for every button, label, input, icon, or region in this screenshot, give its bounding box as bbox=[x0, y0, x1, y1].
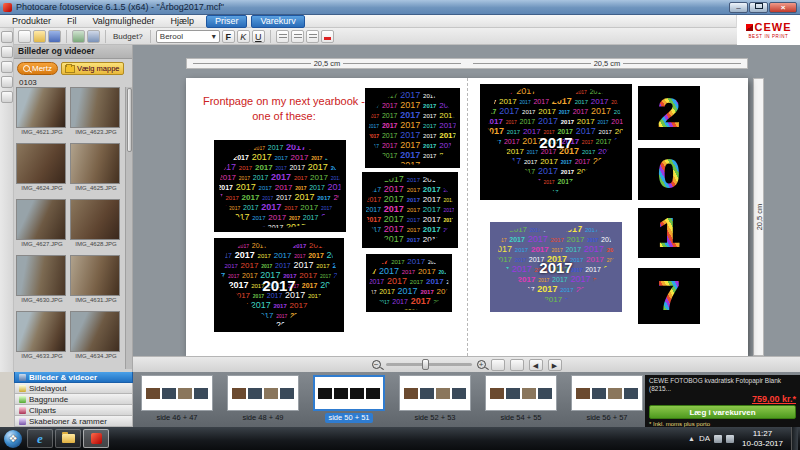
side-tool-icon[interactable] bbox=[1, 61, 13, 73]
side-tool-icon[interactable] bbox=[1, 91, 13, 103]
show-desktop-button[interactable] bbox=[791, 427, 798, 450]
italic-button[interactable]: K bbox=[237, 30, 250, 43]
wordart-2017-bubble[interactable]: 2017 2017 2017 2017 2017 2017 2017 2017 … bbox=[214, 140, 346, 232]
product-price[interactable]: 759,00 kr.* bbox=[649, 394, 796, 404]
new-icon[interactable] bbox=[18, 30, 31, 43]
page-text[interactable]: Frontpage on my next yearbook - one of t… bbox=[202, 94, 366, 124]
filter-chip[interactable]: Mertz bbox=[17, 62, 58, 75]
undo-icon[interactable] bbox=[72, 30, 85, 43]
choose-folder-label: Vælg mappe bbox=[77, 64, 120, 73]
minimize-button[interactable]: – bbox=[729, 2, 748, 13]
menu-produkter[interactable]: Produkter bbox=[4, 15, 59, 28]
font-select[interactable]: Berool ▾ bbox=[156, 30, 220, 43]
wordart-digit-2[interactable]: 2 bbox=[638, 86, 700, 140]
align-left-icon[interactable] bbox=[276, 30, 289, 43]
side-tool-icon[interactable] bbox=[1, 46, 13, 58]
menu-hjaelp[interactable]: Hjælp bbox=[162, 15, 202, 28]
prev-page-button[interactable]: ◀ bbox=[529, 359, 543, 371]
open-icon[interactable] bbox=[33, 30, 46, 43]
volume-icon[interactable] bbox=[726, 435, 734, 443]
photo-thumbnail[interactable]: IMG_4631.JPG bbox=[70, 255, 122, 309]
filmstrip-page[interactable]: side 52 + 53 bbox=[395, 375, 475, 423]
zoom-toolbar: − + ◀ ▶ bbox=[133, 356, 800, 372]
photo-thumbnail[interactable]: IMG_4633.JPG bbox=[16, 311, 68, 365]
app-icon bbox=[3, 3, 12, 12]
align-center-icon[interactable] bbox=[291, 30, 304, 43]
menu-priser[interactable]: Priser bbox=[206, 15, 248, 28]
zoom-slider[interactable] bbox=[386, 363, 472, 366]
menu-valgmuligheder[interactable]: Valgmuligheder bbox=[85, 15, 163, 28]
taskbar-clock[interactable]: 11:27 10-03-2017 bbox=[738, 429, 787, 449]
menu-varekurv[interactable]: Varekurv bbox=[251, 15, 304, 28]
tab-billeder-videoer[interactable]: Billeder & videoer bbox=[14, 372, 133, 383]
fullscreen-button[interactable] bbox=[510, 359, 524, 371]
wordart-2017-heart-purple[interactable]: 2017 2017 2017 2017 2017 2017 2017 2017 … bbox=[490, 222, 622, 312]
photo-thumbnail[interactable]: IMG_4623.JPG bbox=[70, 87, 122, 141]
tab-baggrunde[interactable]: Baggrunde bbox=[14, 394, 133, 405]
filmstrip-page[interactable]: side 46 + 47 bbox=[137, 375, 217, 423]
photo-thumbnail[interactable]: IMG_4634.JPG bbox=[70, 311, 122, 365]
tab-cliparts[interactable]: Cliparts bbox=[14, 405, 133, 416]
next-page-button[interactable]: ▶ bbox=[548, 359, 562, 371]
cewe-flag-icon bbox=[746, 24, 753, 31]
start-button[interactable]: ❖ bbox=[4, 430, 22, 448]
tab-sidelayout[interactable]: Sidelayout bbox=[14, 383, 133, 394]
search-icon bbox=[23, 65, 30, 72]
ruler-label-side: 20,5 cm bbox=[754, 204, 763, 231]
bold-button[interactable]: F bbox=[222, 30, 235, 43]
taskbar-photocare-button[interactable] bbox=[83, 429, 109, 448]
side-tool-icon[interactable] bbox=[1, 76, 13, 88]
page-fold-line bbox=[467, 78, 468, 356]
taskbar-browser-button[interactable]: e bbox=[27, 429, 53, 448]
wordcloud-2017: 2017 2017 2017 2017 2017 2017 2017 2017 … bbox=[366, 254, 452, 312]
close-button[interactable]: × bbox=[769, 2, 797, 13]
page-spread[interactable]: Frontpage on my next yearbook - one of t… bbox=[186, 78, 748, 356]
tab-skabeloner-rammer[interactable]: Skabeloner & rammer bbox=[14, 416, 133, 427]
language-indicator[interactable]: DA bbox=[699, 434, 710, 443]
layout-icon bbox=[19, 385, 26, 392]
wordart-digit-0[interactable]: 0 bbox=[638, 148, 700, 200]
photo-thumbnail[interactable]: IMG_4624.JPG bbox=[16, 143, 68, 197]
fit-page-button[interactable] bbox=[491, 359, 505, 371]
wordart-2017-small-cloud[interactable]: 2017 2017 2017 2017 2017 2017 2017 2017 … bbox=[366, 254, 452, 312]
save-icon[interactable] bbox=[48, 30, 61, 43]
photo-thumbnail[interactable]: IMG_4625.JPG bbox=[70, 143, 122, 197]
tray-expand-icon[interactable]: ▲ bbox=[688, 435, 695, 442]
photos-scrollbar[interactable] bbox=[125, 87, 132, 369]
photocare-app-icon bbox=[91, 433, 102, 444]
zoom-out-icon[interactable]: − bbox=[372, 360, 381, 369]
side-tool-icon[interactable] bbox=[1, 31, 13, 43]
zoom-slider-knob[interactable] bbox=[422, 359, 429, 370]
underline-button[interactable]: U bbox=[252, 30, 265, 43]
ruler-label-right: 20,5 cm bbox=[594, 59, 621, 68]
wordart-2017-heart-large[interactable]: 2017 2017 2017 2017 2017 2017 2017 2017 … bbox=[480, 84, 632, 200]
photo-thumbnail[interactable]: IMG_4627.JPG bbox=[16, 199, 68, 253]
photo-thumbnail[interactable]: IMG_4628.JPG bbox=[70, 199, 122, 253]
choose-folder-button[interactable]: Vælg mappe bbox=[61, 62, 124, 75]
window-title: Photocare fotoservice 6.1.5 (x64) - "Årb… bbox=[16, 2, 729, 12]
wordart-digit-1[interactable]: 1 bbox=[638, 208, 700, 258]
big-2017-label: 2017 bbox=[539, 134, 572, 151]
filmstrip-page[interactable]: side 50 + 51 bbox=[309, 375, 389, 423]
menu-fil[interactable]: Fil bbox=[59, 15, 85, 28]
wordart-2017-stack[interactable]: 2017 2017 2017 2017 2017 2017 2017 2017 … bbox=[365, 88, 460, 168]
wordart-digit-7[interactable]: 7 bbox=[638, 268, 700, 324]
maximize-button[interactable] bbox=[749, 2, 768, 13]
zoom-in-icon[interactable]: + bbox=[477, 360, 486, 369]
wordart-2017-heart-left[interactable]: 2017 2017 2017 2017 2017 2017 2017 2017 … bbox=[214, 238, 344, 332]
text-color-icon[interactable] bbox=[321, 30, 334, 43]
add-to-cart-button[interactable]: Læg i varekurven bbox=[649, 405, 796, 419]
filmstrip-page[interactable]: side 56 + 57 bbox=[567, 375, 647, 423]
photos-panel: Billeder og videoer Mertz Vælg mappe 010… bbox=[14, 45, 133, 372]
budget-label[interactable]: Budget? bbox=[111, 32, 145, 41]
wordart-2017-cloud[interactable]: 2017 2017 2017 2017 2017 2017 2017 2017 … bbox=[362, 172, 458, 248]
filmstrip-page[interactable]: side 48 + 49 bbox=[223, 375, 303, 423]
taskbar-explorer-button[interactable] bbox=[55, 429, 81, 448]
redo-icon[interactable] bbox=[87, 30, 100, 43]
filmstrip-page[interactable]: side 54 + 55 bbox=[481, 375, 561, 423]
photo-thumbnail[interactable]: IMG_4630.JPG bbox=[16, 255, 68, 309]
photo-thumbnail[interactable]: IMG_4621.JPG bbox=[16, 87, 68, 141]
align-right-icon[interactable] bbox=[306, 30, 319, 43]
explorer-folder-icon bbox=[62, 434, 75, 443]
network-icon[interactable] bbox=[714, 435, 722, 443]
